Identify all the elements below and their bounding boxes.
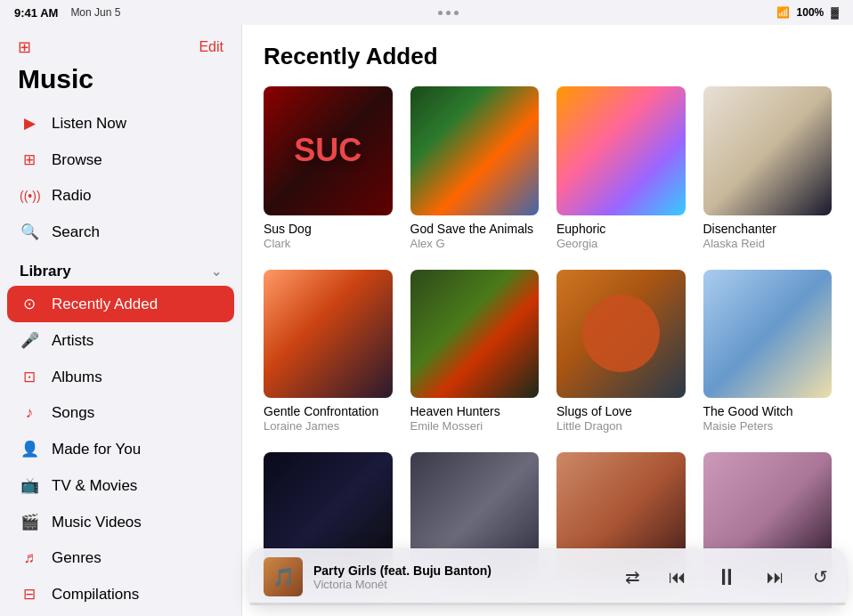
now-playing-bar[interactable]: 🎵 Party Girls (feat. Buju Banton) Victor… — [249, 548, 846, 605]
status-time: 9:41 AM — [14, 6, 58, 20]
status-bar: 9:41 AM Mon Jun 5 📶 100% ▓ — [0, 0, 853, 25]
pause-button[interactable]: ⏸ — [711, 560, 742, 595]
album-art-gentle-conf — [264, 270, 393, 399]
tv-movies-icon: 📺 — [20, 476, 39, 495]
album-name-sus-dog: Sus Dog — [264, 221, 393, 237]
radio-icon: ((•)) — [20, 189, 39, 203]
album-art-sus-dog: SUC — [264, 86, 393, 215]
sidebar: ⊞ Edit Music ▶ Listen Now ⊞ Browse ((•))… — [0, 25, 242, 616]
album-art-heaven-hunters — [410, 270, 540, 399]
status-right: 📶 100% ▓ — [776, 6, 839, 19]
app-title: Music — [0, 64, 241, 105]
now-playing-info: Party Girls (feat. Buju Banton) Victoria… — [313, 563, 611, 591]
album-item-slugs-of-love[interactable]: Slugs of LoveLittle Dragon — [556, 270, 686, 435]
status-date: Mon Jun 5 — [70, 6, 120, 19]
sidebar-item-listen-now[interactable]: ▶ Listen Now — [7, 105, 234, 142]
main-content: Recently Added SUCSus DogClarkGod Save t… — [242, 25, 853, 616]
sidebar-item-music-videos[interactable]: 🎬 Music Videos — [7, 504, 234, 540]
repeat-button[interactable]: ↺ — [809, 563, 832, 591]
album-name-disenchanter: Disenchanter — [703, 221, 833, 237]
album-grid: SUCSus DogClarkGod Save the AnimalsAlex … — [264, 86, 832, 587]
sidebar-item-compilations[interactable]: ⊟ Compilations — [7, 576, 234, 612]
songs-icon: ♪ — [20, 404, 39, 422]
sidebar-label-albums: Albums — [52, 369, 102, 386]
sidebar-item-radio[interactable]: ((•)) Radio — [7, 178, 234, 214]
search-icon: 🔍 — [20, 223, 39, 241]
sidebar-label-listen-now: Listen Now — [52, 115, 126, 133]
made-for-you-icon: 👤 — [20, 440, 39, 458]
battery-icon: ▓ — [831, 6, 839, 19]
sidebar-label-search: Search — [52, 223, 100, 241]
next-button[interactable]: ⏭ — [763, 563, 788, 591]
now-playing-artwork: 🎵 — [264, 557, 303, 596]
album-name-slugs-of-love: Slugs of Love — [556, 403, 686, 419]
album-artist-euphoric-georgia: Georgia — [556, 237, 686, 252]
battery-label: 100% — [797, 6, 825, 19]
sidebar-item-albums[interactable]: ⊡ Albums — [7, 359, 234, 395]
listen-now-icon: ▶ — [20, 114, 39, 133]
album-name-gentle-conf: Gentle Confrontation — [264, 403, 393, 419]
progress-bar — [249, 603, 846, 605]
sidebar-item-genres[interactable]: ♬ Genres — [7, 540, 234, 576]
sidebar-item-composers[interactable]: ♫ Composers — [7, 612, 234, 616]
sidebar-label-tv-movies: TV & Movies — [52, 477, 137, 495]
album-item-gentle-conf[interactable]: Gentle ConfrontationLoraine James — [264, 270, 393, 435]
wifi-icon: 📶 — [776, 6, 790, 19]
now-playing-artist: Victoria Monét — [313, 578, 611, 591]
library-chevron-icon[interactable]: ⌄ — [211, 264, 222, 279]
album-artist-disenchanter: Alaska Reid — [703, 237, 833, 252]
album-artist-heaven-hunters: Emile Mosseri — [410, 419, 540, 434]
genres-icon: ♬ — [20, 549, 39, 567]
sidebar-item-songs[interactable]: ♪ Songs — [7, 395, 234, 431]
sidebar-label-radio: Radio — [52, 187, 91, 205]
prev-button[interactable]: ⏮ — [665, 563, 690, 591]
album-item-good-witch[interactable]: The Good WitchMaisie Peters — [703, 270, 833, 435]
album-artist-good-witch: Maisie Peters — [703, 419, 833, 434]
sidebar-item-browse[interactable]: ⊞ Browse — [7, 142, 234, 178]
album-item-euphoric-georgia[interactable]: EuphoricGeorgia — [556, 86, 686, 252]
now-playing-controls: ⇄ ⏮ ⏸ ⏭ ↺ — [621, 560, 832, 595]
album-artist-gentle-conf: Loraine James — [264, 419, 393, 434]
album-name-heaven-hunters: Heaven Hunters — [410, 403, 540, 419]
now-playing-title: Party Girls (feat. Buju Banton) — [313, 563, 611, 578]
album-artist-slugs-of-love: Little Dragon — [556, 419, 686, 434]
sidebar-label-music-videos: Music Videos — [52, 514, 142, 531]
sidebar-label-songs: Songs — [52, 404, 94, 422]
page-title: Recently Added — [264, 43, 832, 70]
music-videos-icon: 🎬 — [20, 513, 39, 531]
sidebar-header: ⊞ Edit — [0, 25, 241, 64]
artists-icon: 🎤 — [20, 331, 39, 350]
sidebar-item-made-for-you[interactable]: 👤 Made for You — [7, 431, 234, 467]
album-artist-sus-dog: Clark — [264, 237, 393, 252]
recently-added-icon: ⊙ — [20, 295, 39, 313]
album-art-disenchanter — [703, 86, 833, 215]
album-art-good-witch — [703, 270, 833, 399]
album-item-disenchanter[interactable]: DisenchanterAlaska Reid — [703, 86, 833, 252]
library-label: Library — [20, 263, 71, 280]
sidebar-label-browse: Browse — [52, 151, 102, 169]
shuffle-button[interactable]: ⇄ — [621, 563, 644, 591]
album-art-euphoric-georgia — [556, 86, 686, 215]
sidebar-label-compilations: Compilations — [52, 586, 139, 604]
album-name-god-save: God Save the Animals — [410, 221, 540, 237]
album-art-god-save — [410, 86, 540, 215]
sidebar-nav: ▶ Listen Now ⊞ Browse ((•)) Radio 🔍 Sear… — [0, 105, 241, 616]
album-art-slugs-of-love — [556, 270, 686, 399]
sidebar-toggle-icon[interactable]: ⊞ — [18, 37, 31, 57]
sidebar-label-artists: Artists — [52, 332, 93, 350]
album-item-god-save[interactable]: God Save the AnimalsAlex G — [410, 86, 540, 252]
sidebar-item-recently-added[interactable]: ⊙ Recently Added — [7, 286, 234, 322]
album-item-sus-dog[interactable]: SUCSus DogClark — [264, 86, 393, 252]
album-name-euphoric-georgia: Euphoric — [556, 221, 686, 237]
album-item-heaven-hunters[interactable]: Heaven HuntersEmile Mosseri — [410, 270, 540, 435]
edit-button[interactable]: Edit — [199, 39, 223, 55]
sidebar-label-made-for-you: Made for You — [52, 441, 141, 458]
sidebar-label-genres: Genres — [52, 549, 102, 567]
sidebar-label-recently-added: Recently Added — [52, 296, 158, 313]
compilations-icon: ⊟ — [20, 585, 39, 604]
sidebar-item-search[interactable]: 🔍 Search — [7, 214, 234, 250]
sidebar-item-artists[interactable]: 🎤 Artists — [7, 322, 234, 359]
sidebar-item-tv-movies[interactable]: 📺 TV & Movies — [7, 467, 234, 504]
albums-icon: ⊡ — [20, 368, 39, 386]
album-name-good-witch: The Good Witch — [703, 403, 833, 419]
